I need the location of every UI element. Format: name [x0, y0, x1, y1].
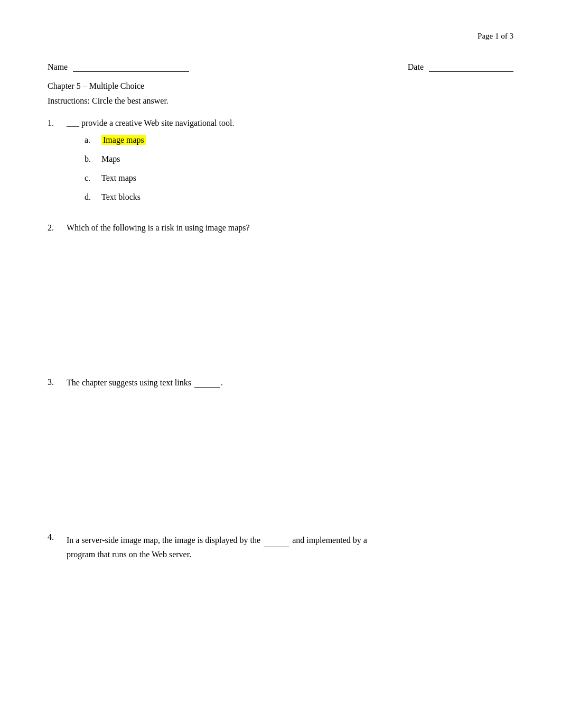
q1-choice-a-text: Image maps: [101, 135, 513, 145]
question-4-text: 4. In a server-side image map, the image…: [48, 532, 513, 561]
q1-choice-c-text: Text maps: [101, 173, 513, 183]
q1-choice-b-letter: b.: [85, 154, 101, 164]
q1-choice-a: a. Image maps: [85, 135, 513, 145]
name-field: Name: [48, 62, 189, 72]
q3-answer-space: [48, 395, 513, 511]
q2-number: 2.: [48, 223, 67, 233]
page: Page 1 of 3 Name Date Chapter 5 – Multip…: [0, 0, 561, 728]
chapter-title: Chapter 5 – Multiple Choice: [48, 81, 513, 91]
q1-body: ___ provide a creative Web site navigati…: [67, 118, 513, 128]
page-number: Page 1 of 3: [48, 32, 513, 41]
question-2-text: 2. Which of the following is a risk in u…: [48, 223, 513, 233]
q2-body: Which of the following is a risk in usin…: [67, 223, 513, 233]
q1-choices: a. Image maps b. Maps c. Text maps d. Te…: [85, 135, 513, 202]
q1-choice-c-letter: c.: [85, 173, 101, 183]
q1-choice-b: b. Maps: [85, 154, 513, 164]
q4-number: 4.: [48, 532, 67, 542]
chapter-title-text: Chapter 5 – Multiple Choice: [48, 81, 144, 90]
instructions: Instructions: Circle the best answer.: [48, 96, 513, 106]
q3-blank: [194, 377, 220, 388]
page-number-text: Page 1 of 3: [478, 32, 513, 40]
question-1: 1. ___ provide a creative Web site navig…: [48, 118, 513, 202]
q3-number: 3.: [48, 377, 67, 387]
date-label: Date: [408, 62, 424, 71]
q2-answer-space: [48, 240, 513, 356]
q4-blank: [264, 532, 289, 547]
q1-choice-b-text: Maps: [101, 154, 513, 164]
q1-choice-d-letter: d.: [85, 192, 101, 202]
question-3: 3. The chapter suggests using text links…: [48, 377, 513, 511]
question-4: 4. In a server-side image map, the image…: [48, 532, 513, 561]
name-label: Name: [48, 62, 68, 71]
date-field: Date: [408, 62, 513, 72]
q1-blank: ___: [67, 118, 79, 127]
q1-choice-d-text: Text blocks: [101, 192, 513, 202]
q1-choice-d: d. Text blocks: [85, 192, 513, 202]
q1-choice-a-letter: a.: [85, 135, 101, 145]
question-3-text: 3. The chapter suggests using text links…: [48, 377, 513, 388]
q1-number: 1.: [48, 118, 67, 128]
q3-body: The chapter suggests using text links .: [67, 377, 513, 388]
q1-choice-c: c. Text maps: [85, 173, 513, 183]
q1-text-after: provide a creative Web site navigational…: [81, 118, 234, 127]
instructions-text: Instructions: Circle the best answer.: [48, 96, 169, 105]
q1-choice-a-highlighted: Image maps: [101, 135, 146, 145]
q4-body: In a server-side image map, the image is…: [67, 532, 513, 561]
header-row: Name Date: [48, 62, 513, 72]
question-2: 2. Which of the following is a risk in u…: [48, 223, 513, 356]
date-underline: [429, 62, 513, 72]
name-underline: [73, 62, 189, 72]
question-1-text: 1. ___ provide a creative Web site navig…: [48, 118, 513, 128]
